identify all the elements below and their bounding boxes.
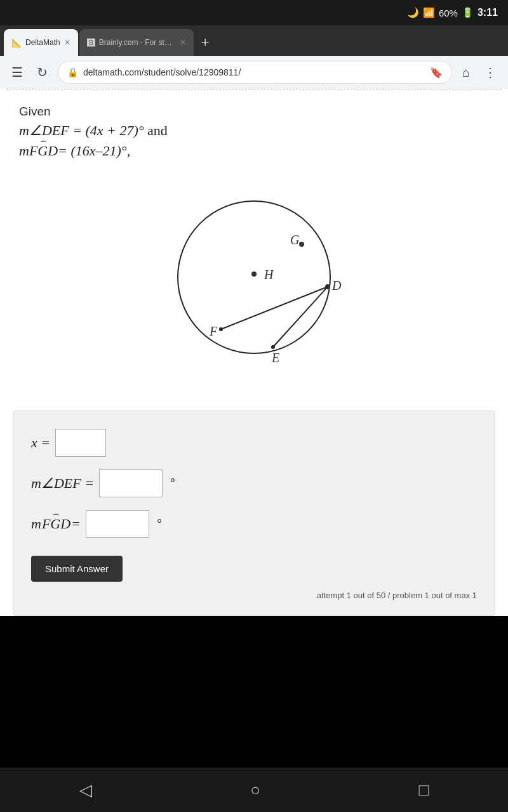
bottom-nav: ◁ ○ □ [0,768,508,812]
bookmark-icon[interactable]: 🔖 [430,67,443,79]
circle-diagram: H G D F E [146,176,362,379]
svg-point-0 [178,201,330,353]
time-display: 3:11 [478,7,498,18]
tab-close-1[interactable]: ✕ [64,38,70,47]
given-label: Given [19,105,489,119]
mfgd-label: m ⌢ FGD = [31,516,81,532]
svg-point-3 [299,242,304,247]
diagram-container: H G D F E [19,163,489,391]
page-content: Given m∠DEF = (4x + 27)° and m ⌢ FGD = (… [0,89,508,616]
address-bar[interactable]: 🔒 deltamath.com/student/solve/12909811/ … [58,61,452,84]
tab-favicon-2: 🅱 [87,38,95,48]
status-icons: 🌙 📶 60% 🔋 3:11 [407,7,498,18]
equation-line2: m ⌢ FGD = (16x–21)°, [19,143,489,159]
svg-text:H: H [264,268,274,282]
menu-icon[interactable]: ☰ [8,61,27,84]
home-icon[interactable]: ⌂ [458,62,474,84]
new-tab-button[interactable]: + [195,34,216,51]
url-text: deltamath.com/student/solve/12909811/ [83,67,425,77]
answer-section: x = m∠DEF = ° m ⌢ FGD = ° Submit Answer … [13,410,495,616]
svg-point-1 [251,272,257,277]
battery-icon: 🔋 [462,7,474,18]
submit-button[interactable]: Submit Answer [31,556,123,582]
svg-line-11 [221,287,328,329]
browser-chrome: 📐 DeltaMath ✕ 🅱 Brainly.com - For studen… [0,25,508,89]
refresh-icon[interactable]: ↻ [33,61,51,84]
recent-button[interactable]: □ [400,774,448,806]
more-options-icon[interactable]: ⋮ [480,61,500,84]
battery-text: 60% [439,8,458,18]
x-answer-row: x = [31,429,477,457]
x-input[interactable] [55,429,106,457]
mfgd-answer-row: m ⌢ FGD = ° [31,510,477,538]
home-button[interactable]: ○ [231,774,279,806]
tab-label-1: DeltaMath [25,38,60,47]
tab-deltamath[interactable]: 📐 DeltaMath ✕ [4,29,78,56]
svg-text:F: F [209,324,218,338]
svg-text:E: E [271,351,279,365]
mfgd-degree: ° [157,517,162,532]
svg-text:G: G [290,233,300,247]
svg-text:D: D [331,278,342,292]
mdef-label: m∠DEF = [31,475,94,492]
equation-line1: m∠DEF = (4x + 27)° and [19,122,489,139]
x-label: x = [31,435,50,451]
mdef-input[interactable] [99,469,163,497]
tab-bar: 📐 DeltaMath ✕ 🅱 Brainly.com - For studen… [0,25,508,56]
back-button[interactable]: ◁ [60,774,111,806]
mfgd-input[interactable] [86,510,149,538]
mdef-degree: ° [170,476,175,491]
attempt-text: attempt 1 out of 50 / problem 1 out of m… [31,591,477,600]
nav-bar: ☰ ↻ 🔒 deltamath.com/student/solve/129098… [0,56,508,89]
lock-icon: 🔒 [67,67,78,77]
tab-close-2[interactable]: ✕ [180,38,186,47]
problem-section: Given m∠DEF = (4x + 27)° and m ⌢ FGD = (… [0,89,508,404]
mdef-answer-row: m∠DEF = ° [31,469,477,497]
status-bar: 🌙 📶 60% 🔋 3:11 [0,0,508,25]
wifi-icon: 📶 [423,7,435,18]
tab-brainly[interactable]: 🅱 Brainly.com - For students. By ✕ [79,29,194,56]
tab-favicon-1: 📐 [11,38,22,48]
moon-icon: 🌙 [407,7,419,18]
tab-label-2: Brainly.com - For students. By [99,38,176,47]
